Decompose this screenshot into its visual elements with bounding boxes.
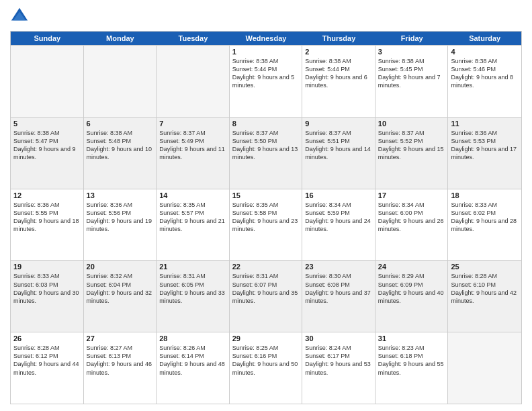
cell-info: Sunrise: 8:30 AM Sunset: 6:08 PM Dayligh… (305, 272, 372, 305)
cell-info: Sunrise: 8:37 AM Sunset: 5:49 PM Dayligh… (159, 129, 226, 162)
calendar-cell: 6Sunrise: 8:38 AM Sunset: 5:48 PM Daylig… (84, 118, 157, 189)
cell-info: Sunrise: 8:37 AM Sunset: 5:52 PM Dayligh… (378, 129, 445, 162)
calendar-cell: 26Sunrise: 8:28 AM Sunset: 6:12 PM Dayli… (11, 332, 84, 404)
calendar-cell: 3Sunrise: 8:38 AM Sunset: 5:45 PM Daylig… (375, 46, 449, 117)
day-number: 29 (232, 334, 300, 342)
cell-info: Sunrise: 8:38 AM Sunset: 5:45 PM Dayligh… (378, 57, 445, 90)
day-number: 4 (451, 48, 519, 56)
day-number: 15 (232, 191, 300, 199)
cell-info: Sunrise: 8:36 AM Sunset: 5:55 PM Dayligh… (13, 201, 81, 234)
cell-info: Sunrise: 8:38 AM Sunset: 5:44 PM Dayligh… (305, 57, 372, 90)
day-number: 21 (159, 263, 226, 271)
cell-info: Sunrise: 8:34 AM Sunset: 6:00 PM Dayligh… (378, 201, 445, 234)
cell-info: Sunrise: 8:34 AM Sunset: 5:59 PM Dayligh… (305, 201, 372, 234)
cell-info: Sunrise: 8:37 AM Sunset: 5:50 PM Dayligh… (232, 129, 300, 162)
calendar-cell: 10Sunrise: 8:37 AM Sunset: 5:52 PM Dayli… (375, 118, 449, 189)
cell-info: Sunrise: 8:35 AM Sunset: 5:58 PM Dayligh… (232, 201, 300, 234)
cell-info: Sunrise: 8:26 AM Sunset: 6:14 PM Dayligh… (159, 344, 226, 377)
day-number: 28 (159, 334, 226, 342)
day-number: 17 (378, 191, 445, 199)
cell-info: Sunrise: 8:33 AM Sunset: 6:03 PM Dayligh… (13, 272, 81, 305)
cell-info: Sunrise: 8:23 AM Sunset: 6:18 PM Dayligh… (378, 344, 445, 377)
calendar-cell (448, 332, 521, 404)
calendar-header: SundayMondayTuesdayWednesdayThursdayFrid… (11, 32, 521, 45)
cell-info: Sunrise: 8:36 AM Sunset: 5:56 PM Dayligh… (87, 201, 154, 234)
calendar-cell (157, 46, 230, 117)
day-number: 23 (305, 263, 372, 271)
logo-icon (10, 7, 29, 26)
cell-info: Sunrise: 8:37 AM Sunset: 5:51 PM Dayligh… (305, 129, 372, 162)
day-number: 7 (159, 120, 226, 128)
calendar-cell: 25Sunrise: 8:28 AM Sunset: 6:10 PM Dayli… (448, 261, 521, 332)
calendar-week-3: 12Sunrise: 8:36 AM Sunset: 5:55 PM Dayli… (11, 189, 521, 261)
cell-info: Sunrise: 8:38 AM Sunset: 5:46 PM Dayligh… (451, 57, 519, 90)
calendar-cell: 4Sunrise: 8:38 AM Sunset: 5:46 PM Daylig… (448, 46, 521, 117)
cell-info: Sunrise: 8:31 AM Sunset: 6:05 PM Dayligh… (159, 272, 226, 305)
calendar-cell: 13Sunrise: 8:36 AM Sunset: 5:56 PM Dayli… (84, 189, 157, 261)
day-number: 11 (451, 120, 519, 128)
cell-info: Sunrise: 8:29 AM Sunset: 6:09 PM Dayligh… (378, 272, 445, 305)
day-number: 5 (13, 120, 81, 128)
cell-info: Sunrise: 8:32 AM Sunset: 6:04 PM Dayligh… (87, 272, 154, 305)
calendar-cell: 17Sunrise: 8:34 AM Sunset: 6:00 PM Dayli… (375, 189, 449, 261)
day-number: 13 (87, 191, 154, 199)
calendar-cell: 16Sunrise: 8:34 AM Sunset: 5:59 PM Dayli… (302, 189, 375, 261)
calendar-cell: 9Sunrise: 8:37 AM Sunset: 5:51 PM Daylig… (302, 118, 375, 189)
header-day-thursday: Thursday (302, 32, 375, 45)
calendar-cell: 23Sunrise: 8:30 AM Sunset: 6:08 PM Dayli… (302, 261, 375, 332)
calendar-cell: 29Sunrise: 8:25 AM Sunset: 6:16 PM Dayli… (230, 332, 303, 404)
calendar-cell (84, 46, 157, 117)
calendar-cell: 28Sunrise: 8:26 AM Sunset: 6:14 PM Dayli… (157, 332, 230, 404)
day-number: 22 (232, 263, 300, 271)
cell-info: Sunrise: 8:25 AM Sunset: 6:16 PM Dayligh… (232, 344, 300, 377)
day-number: 31 (378, 334, 445, 342)
calendar-week-2: 5Sunrise: 8:38 AM Sunset: 5:47 PM Daylig… (11, 117, 521, 189)
header-day-tuesday: Tuesday (157, 32, 230, 45)
calendar-cell: 7Sunrise: 8:37 AM Sunset: 5:49 PM Daylig… (157, 118, 230, 189)
cell-info: Sunrise: 8:35 AM Sunset: 5:57 PM Dayligh… (159, 201, 226, 234)
day-number: 30 (305, 334, 372, 342)
day-number: 10 (378, 120, 445, 128)
calendar: SundayMondayTuesdayWednesdayThursdayFrid… (10, 31, 522, 404)
day-number: 24 (378, 263, 445, 271)
day-number: 1 (232, 48, 300, 56)
calendar-cell: 12Sunrise: 8:36 AM Sunset: 5:55 PM Dayli… (11, 189, 84, 261)
cell-info: Sunrise: 8:28 AM Sunset: 6:10 PM Dayligh… (451, 272, 519, 305)
calendar-cell: 8Sunrise: 8:37 AM Sunset: 5:50 PM Daylig… (230, 118, 303, 189)
cell-info: Sunrise: 8:38 AM Sunset: 5:44 PM Dayligh… (232, 57, 300, 90)
day-number: 6 (87, 120, 154, 128)
cell-info: Sunrise: 8:38 AM Sunset: 5:47 PM Dayligh… (13, 129, 81, 162)
calendar-cell: 30Sunrise: 8:24 AM Sunset: 6:17 PM Dayli… (302, 332, 375, 404)
day-number: 2 (305, 48, 372, 56)
calendar-week-5: 26Sunrise: 8:28 AM Sunset: 6:12 PM Dayli… (11, 332, 521, 404)
header-day-monday: Monday (84, 32, 157, 45)
day-number: 19 (13, 263, 81, 271)
calendar-week-4: 19Sunrise: 8:33 AM Sunset: 6:03 PM Dayli… (11, 260, 521, 332)
page: SundayMondayTuesdayWednesdayThursdayFrid… (0, 0, 532, 411)
day-number: 9 (305, 120, 372, 128)
calendar-cell: 5Sunrise: 8:38 AM Sunset: 5:47 PM Daylig… (11, 118, 84, 189)
calendar-cell: 1Sunrise: 8:38 AM Sunset: 5:44 PM Daylig… (230, 46, 303, 117)
day-number: 18 (451, 191, 519, 199)
cell-info: Sunrise: 8:31 AM Sunset: 6:07 PM Dayligh… (232, 272, 300, 305)
header-day-saturday: Saturday (448, 32, 521, 45)
calendar-cell: 11Sunrise: 8:36 AM Sunset: 5:53 PM Dayli… (448, 118, 521, 189)
header-day-wednesday: Wednesday (230, 32, 303, 45)
calendar-cell: 18Sunrise: 8:33 AM Sunset: 6:02 PM Dayli… (448, 189, 521, 261)
cell-info: Sunrise: 8:24 AM Sunset: 6:17 PM Dayligh… (305, 344, 372, 377)
calendar-cell: 19Sunrise: 8:33 AM Sunset: 6:03 PM Dayli… (11, 261, 84, 332)
day-number: 20 (87, 263, 154, 271)
header (10, 7, 522, 26)
cell-info: Sunrise: 8:27 AM Sunset: 6:13 PM Dayligh… (87, 344, 154, 377)
day-number: 26 (13, 334, 81, 342)
day-number: 14 (159, 191, 226, 199)
calendar-cell: 27Sunrise: 8:27 AM Sunset: 6:13 PM Dayli… (84, 332, 157, 404)
cell-info: Sunrise: 8:33 AM Sunset: 6:02 PM Dayligh… (451, 201, 519, 234)
calendar-cell: 2Sunrise: 8:38 AM Sunset: 5:44 PM Daylig… (302, 46, 375, 117)
day-number: 12 (13, 191, 81, 199)
calendar-week-1: 1Sunrise: 8:38 AM Sunset: 5:44 PM Daylig… (11, 45, 521, 117)
day-number: 27 (87, 334, 154, 342)
calendar-cell: 15Sunrise: 8:35 AM Sunset: 5:58 PM Dayli… (230, 189, 303, 261)
calendar-cell: 14Sunrise: 8:35 AM Sunset: 5:57 PM Dayli… (157, 189, 230, 261)
calendar-body: 1Sunrise: 8:38 AM Sunset: 5:44 PM Daylig… (11, 45, 521, 404)
